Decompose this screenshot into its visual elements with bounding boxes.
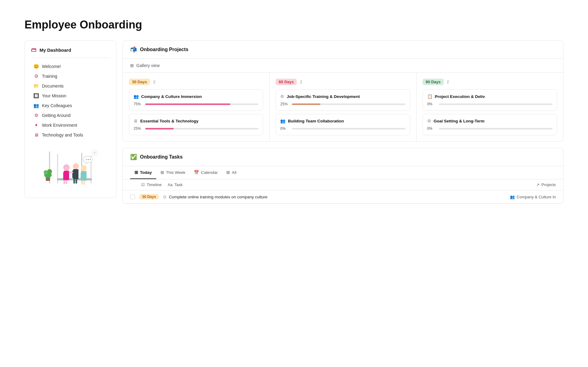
tab-all[interactable]: ⊞ All (222, 166, 241, 179)
work-env-icon: ✦ (33, 122, 39, 128)
svg-point-29 (90, 159, 91, 160)
tab-this-week-label: This Week (166, 170, 186, 175)
column-header-90: 90 Days 2 (423, 79, 557, 85)
sidebar-item-getting-around[interactable]: ⚙ Getting Around (31, 110, 110, 120)
sidebar-header-label: My Dashboard (40, 47, 71, 53)
sidebar-item-welcome[interactable]: 😊 Welcome! (31, 62, 110, 71)
svg-point-15 (81, 165, 87, 171)
project-card-company-culture[interactable]: 👥 Company & Culture Immersion 75% (129, 89, 263, 111)
welcome-icon: 😊 (33, 64, 39, 69)
projects-col-label: Projects (541, 182, 556, 187)
tab-all-icon: ⊞ (226, 170, 230, 175)
sidebar-item-label: Technology and Tools (42, 133, 83, 137)
projects-panel-title: Onboarding Projects (140, 47, 188, 52)
tab-today-icon: ⊞ (134, 170, 138, 175)
task-project-name: Company & Culture In (517, 195, 556, 199)
progress-bar-bg-team (292, 128, 405, 129)
sidebar-item-work-environment[interactable]: ✦ Work Environment (31, 120, 110, 130)
task-label: Task (175, 182, 183, 187)
column-header-60: 60 Days 2 (276, 79, 410, 85)
tab-calendar[interactable]: 📅 Calendar (190, 166, 222, 179)
getting-around-icon: ⚙ (33, 113, 39, 118)
onboarding-projects-panel: 📬 Onboarding Projects ⊞ Gallery view 30 … (123, 40, 564, 142)
progress-bar-bg-tools (145, 128, 258, 129)
progress-bar-fill-company (145, 103, 230, 105)
svg-point-5 (63, 164, 70, 171)
sidebar-item-technology-tools[interactable]: 🖥 Technology and Tools (31, 130, 110, 140)
card-icon-job: ⚙ (280, 94, 284, 99)
dashboard-icon: 🗃 (31, 47, 36, 53)
column-count-30: 2 (153, 80, 155, 84)
card-title-exec: Project Execution & Deliv (435, 94, 485, 99)
onboarding-tasks-panel: ✅ Onboarding Tasks ⊞ Today ⊞ This Week 📅… (123, 148, 564, 204)
project-card-team-collab[interactable]: 👥 Building Team Collaboration 0% (276, 114, 410, 135)
project-card-tools[interactable]: 🖥 Essential Tools & Technology 25% (129, 114, 263, 135)
sidebar-item-label: Welcome! (42, 64, 61, 69)
card-title-team: Building Team Collaboration (288, 119, 344, 123)
sidebar-illustration (31, 149, 110, 192)
tab-calendar-label: Calendar (201, 170, 218, 175)
column-header-30: 30 Days 2 (129, 79, 263, 85)
tab-this-week[interactable]: ⊞ This Week (156, 166, 190, 179)
svg-rect-13 (74, 179, 75, 184)
column-count-90: 2 (447, 80, 449, 84)
project-card-execution[interactable]: 📋 Project Execution & Deliv 0% (423, 89, 557, 111)
card-icon-tools: 🖥 (134, 118, 138, 123)
tab-calendar-icon: 📅 (194, 170, 199, 175)
sidebar-item-label: Getting Around (42, 113, 70, 118)
task-badge-30: 30 Days (139, 194, 159, 200)
sidebar-item-label: Training (42, 74, 57, 79)
svg-rect-17 (81, 172, 83, 179)
progress-pct-goal: 0% (427, 126, 436, 131)
sidebar-item-training[interactable]: ⚙ Training (31, 71, 110, 81)
project-card-goal-setting[interactable]: ⚙ Goal Setting & Long-Term 0% (423, 114, 557, 135)
svg-point-23 (47, 169, 52, 174)
sidebar-item-documents[interactable]: 📁 Documents (31, 81, 110, 91)
svg-rect-8 (63, 180, 65, 184)
sidebar: 🗃 My Dashboard 😊 Welcome! ⚙ Training 📁 D… (24, 40, 116, 198)
mission-icon: 🔲 (33, 93, 39, 99)
sidebar-item-key-colleagues[interactable]: 👥 Key Colleagues (31, 101, 110, 110)
tasks-panel-icon: ✅ (130, 154, 137, 160)
progress-bar-fill-tools (145, 128, 174, 129)
svg-rect-7 (63, 172, 65, 180)
svg-rect-18 (81, 181, 83, 185)
col-header-timeline: ☑ Timeline (141, 182, 162, 187)
progress-bar-bg-goal (439, 128, 552, 129)
project-card-job-training[interactable]: ⚙ Job-Specific Training & Development 25… (276, 89, 410, 111)
svg-marker-26 (85, 163, 89, 164)
column-count-60: 2 (300, 80, 302, 84)
card-icon-goal: ⚙ (427, 118, 431, 123)
svg-point-31 (93, 152, 96, 154)
tab-this-week-icon: ⊞ (160, 170, 164, 175)
gallery-column-30: 30 Days 2 👥 Company & Culture Immersion … (123, 73, 270, 141)
task-name: ⊙ Complete online training modules on co… (163, 194, 496, 199)
page-title: Employee Onboarding (24, 18, 564, 31)
gallery-grid: 30 Days 2 👥 Company & Culture Immersion … (123, 73, 563, 141)
task-checkbox[interactable] (130, 194, 135, 199)
svg-point-28 (88, 159, 89, 160)
card-icon-company: 👥 (134, 94, 139, 99)
sidebar-item-your-mission[interactable]: 🔲 Your Mission (31, 91, 110, 101)
training-icon: ⚙ (33, 73, 39, 79)
task-project-icon: 👥 (510, 195, 515, 199)
sidebar-item-label: Key Colleagues (42, 103, 72, 108)
gallery-icon: ⊞ (130, 63, 134, 68)
colleagues-icon: 👥 (33, 103, 39, 108)
task-icon: Aa (168, 182, 173, 187)
progress-pct-exec: 0% (427, 102, 436, 106)
task-column-headers: ☑ Timeline Aa Task ↗ Projects (123, 179, 563, 190)
main-layout: 🗃 My Dashboard 😊 Welcome! ⚙ Training 📁 D… (24, 40, 564, 204)
progress-pct-company: 75% (134, 102, 143, 106)
tab-today[interactable]: ⊞ Today (130, 166, 156, 179)
timeline-label: Timeline (147, 182, 162, 187)
sidebar-item-label: Work Environment (42, 123, 77, 128)
col-header-projects: ↗ Projects (501, 182, 556, 187)
svg-rect-12 (72, 170, 74, 178)
sidebar-header: 🗃 My Dashboard (31, 47, 110, 58)
progress-bar-bg (145, 103, 258, 105)
projects-panel-header: 📬 Onboarding Projects (123, 41, 563, 59)
tasks-panel-title: Onboarding Tasks (140, 154, 183, 160)
tasks-tabs: ⊞ Today ⊞ This Week 📅 Calendar ⊞ All (123, 166, 563, 179)
gallery-column-90: 90 Days 2 📋 Project Execution & Deliv 0% (417, 73, 563, 141)
